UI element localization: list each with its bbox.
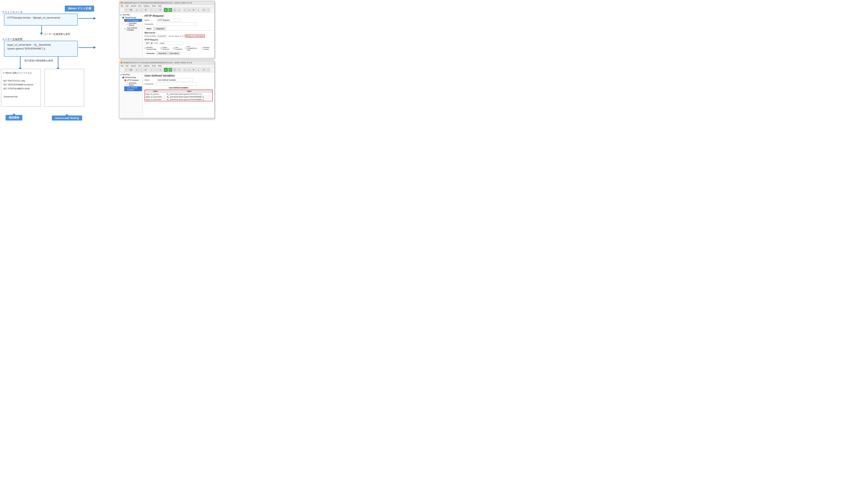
tree-summary-report-b[interactable]: 📈 Summary Report [126, 82, 142, 86]
toolbar-icon4-b[interactable]: 📊 [196, 68, 200, 72]
toolbar-collapse-btn-b[interactable]: − [154, 68, 158, 72]
toolbar-play2-btn[interactable]: ▶▶ [168, 8, 172, 12]
tree-user-vars-b[interactable]: 🔧 User Defined Variables [124, 86, 142, 91]
right-panel-bottom: User Defined Variables Name: Comments: U… [143, 73, 214, 117]
tabs-row-top: Basic Advanced [145, 27, 213, 31]
toolbar-new-btn[interactable]: 📄 [120, 8, 124, 12]
toolbar-cut-btn[interactable]: ✂ [135, 8, 139, 12]
toolbar-copy-btn-b[interactable]: 📋 [139, 68, 143, 72]
server-input[interactable] [185, 34, 205, 37]
btab-body[interactable]: Body Data [157, 52, 168, 55]
tree-thread-group-b[interactable]: 🔵 Thread Group [122, 76, 142, 79]
toolbar-grid-btn-b[interactable]: ⊞ [202, 68, 206, 72]
method-select[interactable]: GET [145, 41, 154, 45]
tree-test-plan-b[interactable]: 🗂 Test Plan [120, 73, 142, 76]
toolbar-open-btn-b[interactable]: 📂 [125, 68, 129, 72]
toolbar-icon3-b[interactable]: 👁 [192, 68, 195, 72]
toolbar-nav-btn[interactable]: ↺ [158, 8, 162, 12]
tab-advanced[interactable]: Advanced [154, 27, 166, 30]
tree-user-vars[interactable]: 🔧 User Defined Variables [124, 27, 142, 31]
toolbar-paste-btn-b[interactable]: 📌 [144, 68, 148, 72]
tree-summary-report[interactable]: 📈 Summary Report [126, 22, 142, 27]
cb-follow-redirects-box[interactable] [160, 47, 162, 49]
toolbar-sep-2 [148, 8, 149, 12]
toolbar-help-btn-b[interactable]: ? [206, 68, 210, 72]
row3-name: target_url_portnumber [145, 98, 166, 102]
toolbar-play-btn[interactable] [164, 8, 168, 12]
menu-run-b[interactable]: Run [138, 65, 142, 67]
toolbar-stop-btn[interactable] [173, 8, 177, 12]
toolbar-expand-btn[interactable]: + [149, 8, 153, 12]
row2-name: target_url_servername [145, 95, 166, 98]
tree-summary-icon: 📈 [126, 23, 128, 25]
btab-params[interactable]: Parameters [145, 52, 157, 55]
tree-thread-label: Thread Group [125, 17, 136, 19]
toolbar-nav-btn-b[interactable]: ↺ [158, 68, 162, 72]
menu-help-b[interactable]: Help [158, 65, 162, 67]
btab-files[interactable]: Files Upload [168, 52, 180, 55]
menu-file[interactable]: File [121, 5, 124, 7]
menu-help[interactable]: Help [158, 5, 162, 7]
menu-edit[interactable]: Edit [126, 5, 129, 7]
col-value: Value [166, 90, 213, 93]
menu-file-b[interactable]: File [121, 65, 124, 67]
method-row: GET Path: [145, 41, 213, 45]
tree-thread-group[interactable]: 🔵 Thread Group [122, 16, 142, 19]
toolbar-stop2-btn-b[interactable]: ⏸ [177, 68, 181, 72]
script-content: # JMeter 起動スクリプトなど SET PROTOCOL=http SET… [3, 71, 33, 98]
toolbar-save-btn[interactable]: 💾 [129, 8, 133, 12]
toolbar-new-btn-b[interactable]: 📄 [120, 68, 124, 72]
toolbar-paste-btn[interactable]: 📌 [144, 8, 148, 12]
protocol-input[interactable] [157, 34, 168, 37]
menu-search[interactable]: Search [131, 5, 136, 7]
toolbar-icon3[interactable]: 👁 [192, 8, 195, 12]
arrow-down-3 [58, 57, 58, 69]
menu-tools-b[interactable]: Tools [152, 65, 156, 67]
window-title-bottom: testplan0516.jmx (C:\Users\ayumu\Desktop… [123, 62, 192, 64]
toolbar-stop-btn-b[interactable] [173, 68, 177, 72]
toolbar-open-btn[interactable]: 📂 [125, 8, 129, 12]
toolbar-icon1[interactable]: 🔧 [183, 8, 187, 12]
tree-uvars-label-b: User Defined Variables [127, 87, 142, 91]
toolbar-cut-btn-b[interactable]: ✂ [135, 68, 139, 72]
table-row: target_url_portnumber ${__BeanShell( Sys… [145, 98, 213, 102]
jmeter-windows-area: testplan0516.jmx (C:\Users\ayumu\Desktop… [117, 0, 217, 122]
protocol-row: Protocol [http]: Server Name or IP: [145, 34, 213, 37]
menu-options[interactable]: Options [144, 5, 150, 7]
tree-http-label: HTTP Request [127, 19, 138, 21]
cb-keepalive-box[interactable] [173, 47, 175, 49]
toolbar-play2-btn-b[interactable]: ▶▶ [168, 68, 172, 72]
cb-redirect-auto-box[interactable] [145, 47, 146, 49]
tab-basic[interactable]: Basic [145, 27, 154, 30]
path-input[interactable] [159, 42, 183, 45]
name-input[interactable] [157, 19, 181, 22]
menu-search-b[interactable]: Search [131, 65, 136, 67]
toolbar-expand-btn-b[interactable]: + [149, 68, 153, 72]
toolbar-icon2[interactable]: 🔨 [187, 8, 191, 12]
toolbar-copy-btn[interactable]: 📋 [139, 8, 143, 12]
comments-input-b[interactable] [157, 82, 196, 86]
name-input-b[interactable] [157, 79, 193, 82]
menu-tools[interactable]: Tools [152, 5, 156, 7]
diagram-area: JMeter テスト計画 テストパラメータ HTTPSampler.domain… [0, 0, 124, 122]
table-row: target_url_servername ${__BeanShell( Sys… [145, 95, 213, 98]
tree-test-plan[interactable]: 🗂 Test Plan [120, 13, 142, 16]
toolbar-play-btn-b[interactable] [164, 68, 168, 72]
cb-multipart-box[interactable] [185, 47, 187, 49]
menu-options-b[interactable]: Options [144, 65, 150, 67]
toolbar-help-btn[interactable]: ? [206, 8, 210, 12]
toolbar-collapse-btn[interactable]: − [154, 8, 158, 12]
toolbar-icon2-b[interactable]: 🔨 [187, 68, 191, 72]
menu-edit-b[interactable]: Edit [126, 65, 129, 67]
menu-run[interactable]: Run [138, 5, 142, 7]
toolbar-grid-btn[interactable]: ⊞ [202, 8, 206, 12]
comments-input[interactable] [157, 23, 196, 26]
toolbar-icon4[interactable]: 📊 [196, 8, 200, 12]
tree-http-request-b[interactable]: 🔴 HTTP Request [124, 79, 142, 82]
toolbar-stop2-btn[interactable]: ⏸ [177, 8, 181, 12]
tree-http-request[interactable]: 🔴 HTTP Request [124, 19, 142, 22]
toolbar-bottom: 📄 📂 💾 ✂ 📋 📌 + − ↺ ▶▶ ⏸ 🔧 🔨 👁 📊 ⊞ ? [119, 67, 214, 73]
toolbar-save-btn-b[interactable]: 💾 [129, 68, 133, 72]
toolbar-icon1-b[interactable]: 🔧 [183, 68, 187, 72]
cb-browser-box[interactable] [202, 47, 203, 49]
